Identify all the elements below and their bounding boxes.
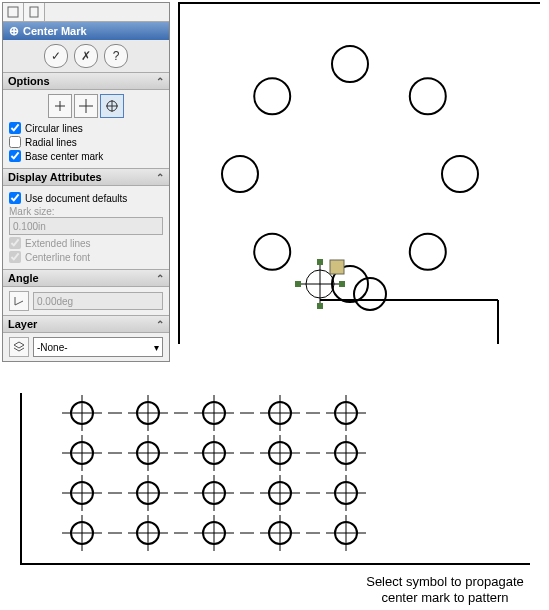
check-icon: ✓ bbox=[51, 49, 61, 63]
svg-rect-21 bbox=[339, 281, 345, 287]
radial-lines-check[interactable]: Radial lines bbox=[9, 136, 163, 148]
crosshair-large-icon bbox=[79, 99, 93, 113]
tab-1[interactable] bbox=[3, 3, 24, 21]
options-header[interactable]: Options ⌃ bbox=[3, 72, 169, 90]
display-header[interactable]: Display Attributes ⌃ bbox=[3, 168, 169, 186]
layer-select[interactable]: -None- ▾ bbox=[33, 337, 163, 357]
mark-size-input bbox=[9, 217, 163, 235]
mark-style-1[interactable] bbox=[48, 94, 72, 118]
options-body: Circular lines Radial lines Base center … bbox=[3, 90, 169, 168]
base-center-mark-check[interactable]: Base center mark bbox=[9, 150, 163, 162]
svg-rect-1 bbox=[30, 7, 38, 17]
display-header-text: Display Attributes bbox=[8, 171, 102, 183]
svg-point-10 bbox=[410, 78, 446, 114]
centerline-font-checkbox bbox=[9, 251, 21, 263]
layer-value: -None- bbox=[37, 342, 68, 353]
base-center-mark-label: Base center mark bbox=[25, 151, 103, 162]
panel-tabs bbox=[3, 3, 169, 22]
layer-header-text: Layer bbox=[8, 318, 37, 330]
svg-point-12 bbox=[410, 234, 446, 270]
angle-icon bbox=[9, 291, 29, 311]
cross-icon: ✗ bbox=[81, 49, 91, 63]
angle-input bbox=[33, 292, 163, 310]
drawing-viewport-circular[interactable] bbox=[178, 2, 540, 344]
panel-title: ⊕ Center Mark bbox=[3, 22, 169, 40]
use-defaults-label: Use document defaults bbox=[25, 193, 127, 204]
tab-2[interactable] bbox=[24, 3, 45, 21]
drawing-viewport-linear[interactable] bbox=[20, 393, 530, 565]
help-button[interactable]: ? bbox=[104, 44, 128, 68]
extended-lines-check: Extended lines bbox=[9, 237, 163, 249]
chevron-up-icon: ⌃ bbox=[156, 319, 164, 330]
mark-size-label: Mark size: bbox=[9, 206, 163, 217]
svg-rect-20 bbox=[295, 281, 301, 287]
chevron-up-icon: ⌃ bbox=[156, 273, 164, 284]
tab-icon-1 bbox=[7, 6, 19, 18]
dropdown-icon: ▾ bbox=[154, 342, 159, 353]
help-icon: ? bbox=[113, 49, 120, 63]
use-defaults-checkbox[interactable] bbox=[9, 192, 21, 204]
cancel-button[interactable]: ✗ bbox=[74, 44, 98, 68]
svg-point-9 bbox=[332, 46, 368, 82]
base-center-mark-checkbox[interactable] bbox=[9, 150, 21, 162]
angle-header-text: Angle bbox=[8, 272, 39, 284]
chevron-up-icon: ⌃ bbox=[156, 76, 164, 87]
circular-lines-label: Circular lines bbox=[25, 123, 83, 134]
property-panel: ⊕ Center Mark ✓ ✗ ? Options ⌃ Circular l… bbox=[2, 2, 170, 362]
options-header-text: Options bbox=[8, 75, 50, 87]
layer-header[interactable]: Layer ⌃ bbox=[3, 315, 169, 333]
expand-icon: ⊕ bbox=[9, 24, 19, 38]
annotation-line2: center mark to pattern bbox=[381, 590, 508, 605]
mark-style-2[interactable] bbox=[74, 94, 98, 118]
layer-body: -None- ▾ bbox=[3, 333, 169, 361]
ok-button[interactable]: ✓ bbox=[44, 44, 68, 68]
svg-point-16 bbox=[254, 78, 290, 114]
circular-lines-check[interactable]: Circular lines bbox=[9, 122, 163, 134]
crosshair-circle-icon bbox=[105, 99, 119, 113]
circular-pattern-svg bbox=[180, 4, 540, 344]
angle-header[interactable]: Angle ⌃ bbox=[3, 269, 169, 287]
circular-lines-checkbox[interactable] bbox=[9, 122, 21, 134]
svg-rect-24 bbox=[330, 260, 344, 274]
annotation-text: Select symbol to propagate center mark t… bbox=[340, 574, 549, 605]
use-defaults-check[interactable]: Use document defaults bbox=[9, 192, 163, 204]
tab-icon-2 bbox=[28, 6, 40, 18]
display-body: Use document defaults Mark size: Extende… bbox=[3, 186, 169, 269]
action-row: ✓ ✗ ? bbox=[3, 40, 169, 72]
mark-style-row bbox=[9, 94, 163, 118]
radial-lines-checkbox[interactable] bbox=[9, 136, 21, 148]
svg-rect-0 bbox=[8, 7, 18, 17]
centerline-font-label: Centerline font bbox=[25, 252, 90, 263]
crosshair-small-icon bbox=[53, 99, 67, 113]
svg-point-25 bbox=[354, 278, 386, 310]
panel-title-text: Center Mark bbox=[23, 25, 87, 37]
mark-style-3[interactable] bbox=[100, 94, 124, 118]
svg-rect-23 bbox=[317, 303, 323, 309]
chevron-up-icon: ⌃ bbox=[156, 172, 164, 183]
extended-lines-label: Extended lines bbox=[25, 238, 91, 249]
annotation-line1: Select symbol to propagate bbox=[366, 574, 524, 589]
svg-point-14 bbox=[254, 234, 290, 270]
svg-rect-22 bbox=[317, 259, 323, 265]
layer-icon bbox=[9, 337, 29, 357]
angle-body bbox=[3, 287, 169, 315]
linear-pattern-svg bbox=[22, 393, 530, 563]
radial-lines-label: Radial lines bbox=[25, 137, 77, 148]
svg-point-11 bbox=[442, 156, 478, 192]
svg-point-15 bbox=[222, 156, 258, 192]
extended-lines-checkbox bbox=[9, 237, 21, 249]
centerline-font-check: Centerline font bbox=[9, 251, 163, 263]
